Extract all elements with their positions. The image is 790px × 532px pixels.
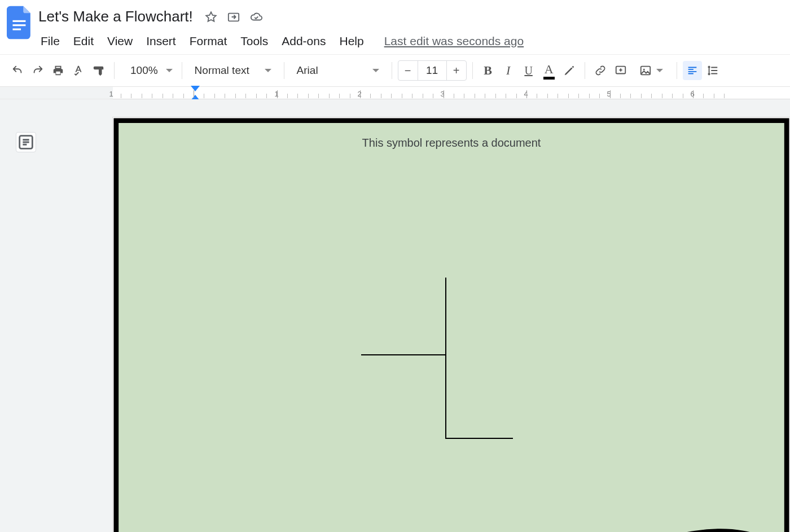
ruler-tick [693, 90, 694, 98]
paragraph-style-value: Normal text [195, 64, 249, 77]
ruler-number: 6 [690, 90, 694, 98]
first-line-indent-marker[interactable] [191, 86, 200, 91]
ruler-number: 3 [440, 90, 444, 98]
ruler-tick [152, 94, 152, 98]
ruler-tick [370, 94, 371, 98]
zoom-value: 100% [130, 64, 158, 77]
paint-format-button[interactable] [89, 61, 108, 80]
font-family-select[interactable]: Arial [290, 64, 386, 77]
menu-view[interactable]: View [102, 32, 138, 50]
toolbar-separator [284, 62, 284, 79]
ruler-tick [724, 94, 725, 98]
ruler-tick [506, 94, 506, 98]
ruler-tick [495, 94, 496, 98]
ruler-tick [391, 94, 392, 98]
document-page[interactable]: This is your start/end symbol, also call… [113, 117, 790, 532]
ruler-tick [558, 94, 558, 98]
ruler-tick [537, 94, 537, 98]
horizontal-ruler[interactable]: 1 1 2 3 4 5 6 [113, 87, 790, 99]
underline-button[interactable]: U [519, 61, 538, 80]
ruler-tick [402, 94, 402, 98]
chevron-down-icon [265, 69, 271, 72]
toolbar-separator [392, 62, 392, 79]
ruler-tick [526, 90, 527, 98]
highlight-color-button[interactable] [560, 61, 579, 80]
docs-logo[interactable] [5, 6, 35, 46]
ruler-number: 1 [109, 90, 113, 98]
menu-addons[interactable]: Add-ons [276, 32, 331, 50]
line-spacing-button[interactable] [703, 61, 722, 80]
zoom-select[interactable]: 100% [120, 64, 176, 77]
menu-bar: File Edit View Insert Format Tools Add-o… [35, 32, 524, 50]
menu-format[interactable]: Format [184, 32, 233, 50]
last-edit-link[interactable]: Last edit was seconds ago [384, 34, 524, 48]
font-size-decrease-button[interactable]: − [398, 61, 418, 80]
ruler-tick [329, 94, 330, 98]
document-outline-button[interactable] [16, 132, 36, 152]
toolbar-separator [677, 62, 677, 79]
ruler-tick [339, 94, 340, 98]
star-icon[interactable] [203, 9, 219, 25]
bold-button[interactable]: B [479, 61, 498, 80]
menu-help[interactable]: Help [333, 32, 369, 50]
ruler-tick [131, 94, 131, 98]
ruler-tick [662, 94, 662, 98]
ruler-tick [277, 90, 278, 98]
print-button[interactable] [49, 61, 68, 80]
ruler-tick [423, 94, 423, 98]
ruler-tick [578, 94, 579, 98]
cloud-status-icon[interactable] [248, 9, 264, 25]
svg-rect-1 [12, 24, 25, 26]
ruler-tick [204, 94, 204, 98]
document-title[interactable]: Let's Make a Flowchart! [35, 7, 196, 27]
toolbar-separator [472, 62, 473, 79]
add-comment-button[interactable] [611, 61, 630, 80]
ruler-tick [651, 94, 652, 98]
flowchart-connector[interactable] [445, 354, 446, 439]
ruler-tick [381, 94, 381, 98]
ruler-tick [245, 94, 246, 98]
title-bar: Let's Make a Flowchart! File [0, 0, 790, 54]
workspace: This is your start/end symbol, also call… [0, 99, 790, 532]
ruler-tick [163, 94, 163, 98]
ruler-tick [714, 94, 714, 98]
ruler-tick [464, 94, 464, 98]
flowchart-connector[interactable] [445, 278, 446, 355]
toolbar-separator [585, 62, 585, 79]
ruler-tick [672, 94, 673, 98]
ruler-tick [485, 94, 485, 98]
paragraph-style-select[interactable]: Normal text [188, 64, 278, 77]
menu-insert[interactable]: Insert [141, 32, 182, 50]
ruler-tick [444, 90, 444, 98]
redo-button[interactable] [28, 61, 47, 80]
font-size-input[interactable] [418, 61, 447, 80]
ruler-tick [620, 94, 621, 98]
menu-file[interactable]: File [35, 32, 65, 50]
align-left-button[interactable] [683, 61, 702, 80]
ruler-tick [475, 94, 475, 98]
chevron-down-icon [372, 69, 379, 72]
text-color-button[interactable]: A [539, 61, 559, 80]
flowchart-connector[interactable] [445, 438, 513, 439]
insert-image-button[interactable] [631, 61, 671, 80]
ruler-tick [641, 94, 642, 98]
ruler-tick [142, 94, 142, 98]
insert-link-button[interactable] [591, 61, 610, 80]
italic-button[interactable]: I [499, 61, 518, 80]
spellcheck-button[interactable] [69, 61, 88, 80]
move-to-folder-icon[interactable] [226, 9, 242, 25]
flowchart-connector[interactable] [361, 354, 446, 355]
ruler-tick [266, 94, 267, 98]
font-size-stepper: − + [398, 60, 467, 81]
flowchart-document-shape[interactable]: This symbol represents a document [113, 117, 229, 206]
toolbar-separator [114, 62, 115, 79]
ruler-tick [287, 94, 288, 98]
font-size-increase-button[interactable]: + [447, 61, 466, 80]
ruler-tick [433, 94, 433, 98]
menu-edit[interactable]: Edit [68, 32, 99, 50]
undo-button[interactable] [8, 61, 27, 80]
ruler-tick [183, 94, 184, 98]
text-color-A-icon: A [545, 62, 554, 79]
menu-tools[interactable]: Tools [235, 32, 274, 50]
ruler-tick [225, 94, 225, 98]
